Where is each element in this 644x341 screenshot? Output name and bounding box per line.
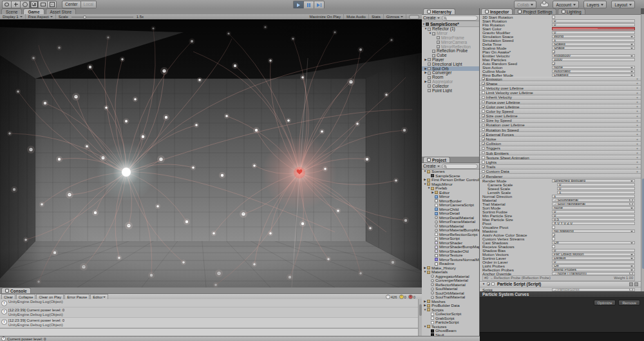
checkbox[interactable] — [552, 237, 555, 240]
module-checkbox[interactable] — [482, 124, 485, 127]
hierarchy-item[interactable]: MirrorCamera — [422, 40, 479, 44]
account-button[interactable]: Account — [553, 1, 579, 8]
tab-project-settings[interactable]: Project Settings — [514, 8, 556, 14]
tab-inspector[interactable]: Inspector — [481, 8, 513, 14]
view-tab-asset-store[interactable]: Asset Store — [46, 8, 77, 14]
cloud-icon[interactable] — [541, 3, 548, 6]
dropdown-field[interactable]: Off — [552, 264, 635, 268]
display-dropdown[interactable]: Display 1 — [0, 14, 26, 19]
inspector-scrollbar[interactable] — [641, 14, 644, 291]
console-count-warn[interactable]: !0 — [399, 295, 406, 299]
pivot-center-button[interactable]: Center — [62, 1, 81, 8]
module-checkbox[interactable]: ✓ — [482, 165, 485, 168]
module-bar-rotation-by-speed[interactable]: Rotation by Speed+ — [480, 128, 641, 132]
module-bar-force-over-lifetime[interactable]: Force over Lifetime+ — [480, 100, 641, 104]
value-field[interactable]: X 0 Y 0 Z 0 — [552, 222, 635, 225]
hierarchy-item[interactable]: ▶Soul Orb — [422, 66, 479, 71]
value-field[interactable]: 0.5 — [552, 218, 635, 221]
value-field[interactable]: 1 — [552, 195, 635, 198]
rect-tool-button[interactable] — [38, 1, 47, 8]
module-bar-size-by-speed[interactable]: Size by Speed+ — [480, 119, 641, 123]
module-checkbox[interactable]: ✓ — [482, 82, 485, 85]
value-field[interactable]: 1 — [552, 39, 635, 42]
module-checkbox[interactable]: ✓ — [482, 77, 485, 81]
console-scrollbar[interactable] — [418, 299, 422, 336]
module-checkbox[interactable] — [482, 91, 485, 94]
dropdown-field[interactable]: Automatic — [552, 70, 635, 73]
toggle-gizmos[interactable]: Gizmos — [384, 14, 406, 19]
object-field[interactable]: SoulTrailMaterial — [552, 202, 635, 206]
value-field[interactable]: 0 — [552, 19, 635, 23]
rotate-tool-button[interactable] — [20, 1, 29, 8]
hierarchy-item[interactable]: Collector — [422, 84, 479, 88]
checkbox[interactable]: ✓ — [552, 50, 555, 54]
object-field[interactable]: ParticleScript — [552, 288, 635, 291]
dropdown-field[interactable]: None — [552, 206, 635, 209]
particle-script-header[interactable]: ▼✓Particle Script (Script) — [480, 281, 641, 288]
hierarchy-item[interactable]: MirrorReflection — [422, 44, 479, 49]
scale-slider-knob[interactable] — [83, 15, 86, 19]
dropdown-field[interactable]: Shape — [552, 46, 635, 50]
dropdown-field[interactable]: Scaled — [552, 43, 635, 46]
view-tab-scene[interactable]: Scene — [1, 8, 22, 14]
hierarchy-item[interactable]: Point Light — [422, 88, 479, 93]
value-field[interactable]: 0 — [552, 260, 635, 264]
hierarchy-item[interactable]: ▼Mirror — [422, 32, 479, 36]
color-gradient-field[interactable] — [552, 27, 635, 30]
scrollbar-thumb[interactable] — [642, 179, 644, 269]
transform-tool-button[interactable] — [47, 1, 57, 8]
dropdown-field[interactable]: Off — [552, 241, 635, 244]
optimize-button[interactable]: Optimize — [594, 300, 616, 306]
tab-hierarchy[interactable]: Hierarchy — [423, 8, 455, 14]
value-field[interactable]: 0 — [552, 31, 635, 34]
value-field[interactable]: 0 — [552, 23, 635, 26]
module-checkbox[interactable]: ✓ — [482, 175, 485, 178]
project-create-button[interactable]: Create — [423, 164, 440, 168]
module-checkbox[interactable] — [482, 128, 485, 132]
module-bar-texture-sheet-animation[interactable]: Texture Sheet Animation+ — [480, 155, 641, 160]
object-picker-icon[interactable] — [629, 199, 633, 202]
module-bar-rotation-over-lifetime[interactable]: Rotation over Lifetime+ — [480, 123, 641, 128]
scrollbar-thumb[interactable] — [419, 304, 422, 316]
toggle-maximize-on-play[interactable]: Maximize On Play — [307, 14, 344, 19]
layout-button[interactable]: Layout — [611, 1, 635, 8]
curves-panel-header[interactable]: Particle System Curves — [480, 291, 644, 298]
toggle-stats[interactable]: Stats — [369, 14, 384, 19]
value-field[interactable]: 0 — [552, 249, 635, 252]
dropdown-field[interactable]: Stretched Billboard — [552, 179, 635, 182]
module-checkbox[interactable] — [482, 110, 485, 113]
checkbox[interactable]: ✓ — [552, 62, 555, 65]
help-icon[interactable] — [629, 282, 633, 286]
dropdown-field[interactable]: Rigidbody — [552, 54, 635, 57]
checkbox[interactable]: ✓ — [552, 233, 555, 237]
scene-header-row[interactable]: ▼ SampleScene* — [422, 21, 479, 27]
collab-button[interactable]: Collab — [514, 1, 536, 8]
module-bar-noise[interactable]: ✓Noise+ — [480, 137, 641, 141]
module-checkbox[interactable] — [482, 151, 485, 155]
space-local-button[interactable]: Local — [81, 1, 97, 8]
checkbox[interactable] — [552, 245, 555, 248]
module-checkbox[interactable]: ✓ — [482, 114, 485, 117]
move-tool-button[interactable] — [11, 1, 20, 8]
value-field[interactable]: 1 — [557, 191, 635, 194]
dropdown-field[interactable]: No Masking — [552, 229, 635, 233]
module-checkbox[interactable]: ✓ — [482, 137, 485, 141]
layers-button[interactable]: Layers — [583, 1, 607, 8]
object-field[interactable]: None (Transform) — [552, 272, 635, 275]
module-checkbox[interactable] — [482, 161, 485, 164]
dropdown-field[interactable]: World — [552, 35, 635, 38]
hierarchy-item[interactable]: Reflection Probe — [422, 49, 479, 54]
module-checkbox[interactable]: ✓ — [482, 133, 485, 136]
console-count-error[interactable]: x0 — [408, 295, 415, 299]
remove-button[interactable]: Remove — [618, 300, 640, 306]
module-bar-shape[interactable]: ✓Shape+ — [480, 81, 641, 86]
module-bar-trails[interactable]: ✓Trails+ — [480, 165, 641, 170]
module-checkbox[interactable] — [482, 156, 485, 159]
module-bar-limit-velocity-over-lifetime[interactable]: Limit Velocity over Lifetime+ — [480, 91, 641, 95]
status-bar[interactable]: ! Current power level: 0 — [0, 336, 480, 341]
hierarchy-item[interactable]: ▶Player — [422, 58, 479, 63]
toggle-mute-audio[interactable]: Mute Audio — [344, 14, 369, 19]
module-checkbox[interactable] — [482, 96, 485, 99]
dropdown-field[interactable]: Blend Probes — [552, 268, 635, 271]
module-checkbox[interactable] — [482, 101, 485, 104]
